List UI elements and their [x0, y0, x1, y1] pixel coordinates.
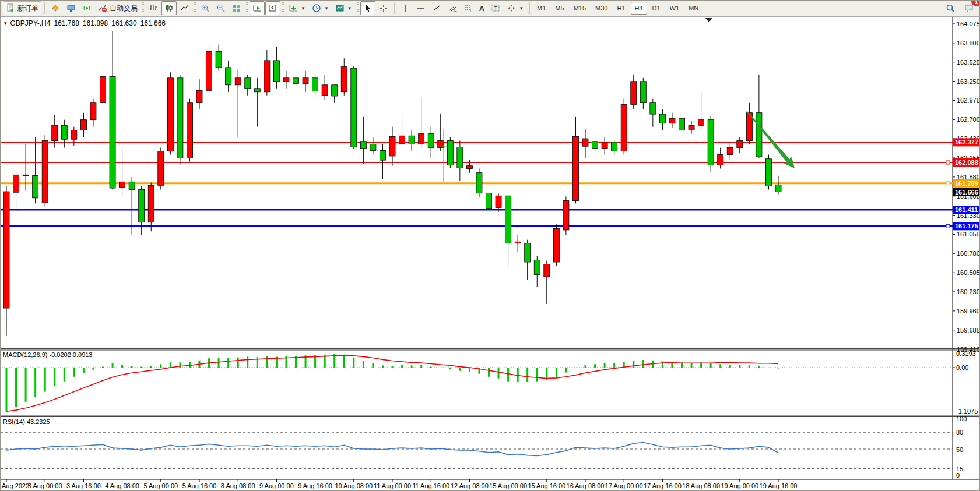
timeframe-button-w1[interactable]: W1: [666, 2, 684, 15]
time-axis-label: 17 Aug 00:00: [605, 482, 643, 489]
chart-shift-button[interactable]: [265, 1, 280, 15]
time-axis-label: 11 Aug 00:00: [374, 482, 411, 489]
candle: [3, 192, 9, 308]
market-watch-button[interactable]: [64, 1, 79, 15]
vertical-line-tool-button[interactable]: [398, 1, 413, 15]
rsi-axis-label: 50: [956, 446, 963, 453]
auto-trading-button[interactable]: 自动交易: [95, 1, 140, 15]
zoom-out-icon: [216, 3, 226, 13]
text-tool-button[interactable]: A: [476, 1, 487, 15]
chart-canvas[interactable]: 164.075163.800163.525163.250162.975162.7…: [1, 16, 980, 491]
chat-button[interactable]: 1: [961, 1, 977, 15]
templates-button[interactable]: ▼: [332, 1, 355, 15]
auto-scroll-button[interactable]: [250, 1, 265, 15]
chart-shift-marker: [705, 18, 712, 22]
arrows-tool-button[interactable]: ▼: [504, 1, 526, 15]
candle: [505, 196, 511, 243]
macd-axis-zero: 0.00: [956, 364, 968, 371]
rsi-axis-label: 15: [956, 465, 963, 472]
price-axis-label: 163.250: [957, 78, 980, 85]
candle: [129, 182, 135, 189]
timeframe-button-m30[interactable]: M30: [591, 2, 612, 15]
signals-button[interactable]: [79, 1, 94, 15]
candle: [90, 103, 96, 120]
main-toolbar: 新订单 自动交易: [1, 1, 980, 16]
equidistant-channel-tool-button[interactable]: E: [445, 1, 460, 15]
notification-badge: 1: [971, 0, 980, 6]
text-label-tool-button[interactable]: T: [488, 1, 503, 15]
line-handle[interactable]: [946, 224, 950, 228]
fibonacci-icon: F: [463, 3, 473, 13]
time-axis-label: 8 Aug 08:00: [221, 482, 255, 489]
candle: [515, 242, 521, 243]
new-order-button[interactable]: 新订单: [3, 1, 41, 15]
metaeditor-button[interactable]: [48, 1, 63, 15]
svg-text:F: F: [470, 8, 472, 12]
toolbar-grip: [194, 2, 196, 14]
text-tool-icon: A: [479, 4, 484, 13]
time-axis-label: 5 Aug 16:00: [182, 482, 217, 489]
candle: [438, 141, 444, 148]
indicators-button[interactable]: ▼: [286, 1, 308, 15]
auto-scroll-icon: [252, 3, 262, 13]
candle: [273, 61, 279, 82]
toolbar-grip: [142, 2, 144, 14]
candle: [177, 78, 183, 158]
timeframe-button-d1[interactable]: D1: [648, 2, 665, 15]
candle: [669, 118, 675, 123]
bar-chart-type-button[interactable]: [146, 1, 161, 15]
candlestick-chart-type-button[interactable]: [161, 1, 177, 15]
macd-label: MACD(12,26,9) -0.0202 0.0913: [3, 351, 92, 358]
crosshair-tool-button[interactable]: [376, 1, 391, 15]
timeframe-button-m15[interactable]: M15: [570, 2, 590, 15]
trendline-tool-button[interactable]: [429, 1, 444, 15]
candle: [640, 82, 646, 103]
fibonacci-tool-button[interactable]: F: [461, 1, 476, 15]
candle: [100, 76, 106, 102]
chevron-down-icon: ▼: [347, 6, 352, 11]
mt4-window: 新订单 自动交易: [0, 0, 980, 491]
time-axis-label: 11 Aug 16:00: [412, 482, 449, 489]
price-level-badge-text: 161.175: [955, 222, 978, 229]
line-handle[interactable]: [946, 182, 950, 185]
tile-windows-button[interactable]: [229, 1, 244, 15]
timeframe-button-mn[interactable]: MN: [684, 2, 702, 15]
zoom-out-button[interactable]: [213, 1, 229, 15]
candle: [332, 85, 338, 96]
price-axis-label: 162.975: [957, 97, 980, 104]
candle: [708, 120, 714, 165]
timeframe-button-h1[interactable]: H1: [613, 2, 629, 15]
line-handle[interactable]: [946, 161, 950, 164]
candle: [525, 243, 531, 262]
candle: [370, 144, 376, 151]
price-axis-label: 164.075: [957, 20, 980, 27]
horizontal-line-tool-button[interactable]: [413, 1, 428, 15]
candle: [775, 185, 781, 192]
cursor-tool-button[interactable]: [360, 1, 375, 15]
rsi-axis-label: 0: [956, 472, 960, 479]
timeframe-button-m1[interactable]: M1: [533, 2, 550, 15]
search-button[interactable]: [943, 1, 958, 15]
macd-axis-min: -1.1075: [956, 408, 978, 415]
candle: [737, 141, 743, 148]
zoom-in-button[interactable]: [198, 1, 213, 15]
timeframe-button-m5[interactable]: M5: [551, 2, 568, 15]
line-chart-type-button[interactable]: [177, 1, 192, 15]
chart-window[interactable]: ▾ GBPJPY-,H4 161.768 161.898 161.630 161…: [1, 16, 980, 491]
candle: [399, 136, 405, 143]
timeframe-button-h4[interactable]: H4: [631, 2, 647, 15]
candle: [650, 103, 656, 114]
new-order-label: 新订单: [17, 3, 38, 13]
candle: [206, 51, 212, 90]
svg-text:E: E: [454, 8, 457, 12]
signals-icon: [82, 3, 92, 13]
periods-button[interactable]: ▼: [309, 1, 332, 15]
chart-frame: [1, 17, 980, 479]
trendline-icon: [432, 3, 441, 13]
price-axis-label: 162.700: [957, 116, 980, 123]
auto-trading-label: 自动交易: [110, 3, 138, 13]
candle: [419, 134, 424, 144]
candle: [602, 142, 607, 149]
candle: [553, 229, 559, 262]
candle: [139, 189, 145, 222]
